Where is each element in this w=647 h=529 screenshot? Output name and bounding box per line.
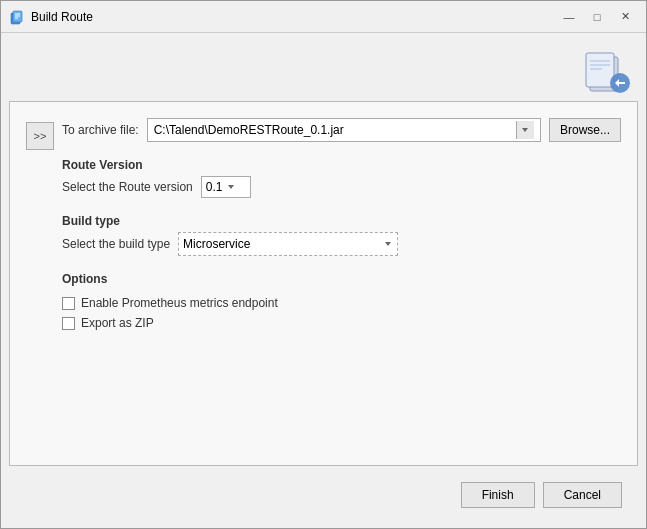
route-icon (582, 45, 630, 93)
route-version-title: Route Version (62, 158, 621, 172)
version-select-value: 0.1 (206, 180, 223, 194)
titlebar: Build Route — □ ✕ (1, 1, 646, 33)
build-type-arrow (383, 239, 393, 249)
maximize-button[interactable]: □ (584, 7, 610, 27)
close-button[interactable]: ✕ (612, 7, 638, 27)
archive-input-value: C:\Talend\DemoRESTRoute_0.1.jar (154, 123, 516, 137)
build-type-section: Build type Select the build type Microse… (62, 214, 621, 256)
archive-label: To archive file: (62, 123, 139, 137)
expand-button[interactable]: >> (26, 122, 54, 150)
build-route-window: Build Route — □ ✕ (0, 0, 647, 529)
minimize-button[interactable]: — (556, 7, 582, 27)
build-type-title: Build type (62, 214, 621, 228)
option2-label: Export as ZIP (81, 316, 154, 330)
route-version-row: Select the Route version 0.1 (62, 176, 621, 198)
option2-checkbox[interactable] (62, 317, 75, 330)
main-panel: >> To archive file: C:\Talend\DemoRESTRo… (9, 101, 638, 466)
build-type-select[interactable]: Microservice (178, 232, 398, 256)
window-controls: — □ ✕ (556, 7, 638, 27)
finish-button[interactable]: Finish (461, 482, 535, 508)
window-title: Build Route (31, 10, 556, 24)
option1-label: Enable Prometheus metrics endpoint (81, 296, 278, 310)
options-section: Options Enable Prometheus metrics endpoi… (62, 272, 621, 330)
options-title: Options (62, 272, 621, 286)
option2-row: Export as ZIP (62, 316, 621, 330)
footer: Finish Cancel (9, 474, 638, 520)
titlebar-icon (9, 9, 25, 25)
option1-row: Enable Prometheus metrics endpoint (62, 296, 621, 310)
build-type-select-value: Microservice (183, 237, 250, 251)
archive-input[interactable]: C:\Talend\DemoRESTRoute_0.1.jar (147, 118, 541, 142)
build-type-row: Select the build type Microservice (62, 232, 621, 256)
archive-row: To archive file: C:\Talend\DemoRESTRoute… (62, 118, 621, 142)
browse-button[interactable]: Browse... (549, 118, 621, 142)
svg-rect-6 (586, 53, 614, 87)
archive-dropdown-arrow[interactable] (516, 121, 534, 139)
route-version-section: Route Version Select the Route version 0… (62, 158, 621, 198)
option1-checkbox[interactable] (62, 297, 75, 310)
version-select[interactable]: 0.1 (201, 176, 251, 198)
icon-header (9, 41, 638, 101)
content-area: >> To archive file: C:\Talend\DemoRESTRo… (1, 33, 646, 528)
build-type-label: Select the build type (62, 237, 170, 251)
cancel-button[interactable]: Cancel (543, 482, 622, 508)
route-version-label: Select the Route version (62, 180, 193, 194)
form-area: To archive file: C:\Talend\DemoRESTRoute… (62, 118, 621, 449)
